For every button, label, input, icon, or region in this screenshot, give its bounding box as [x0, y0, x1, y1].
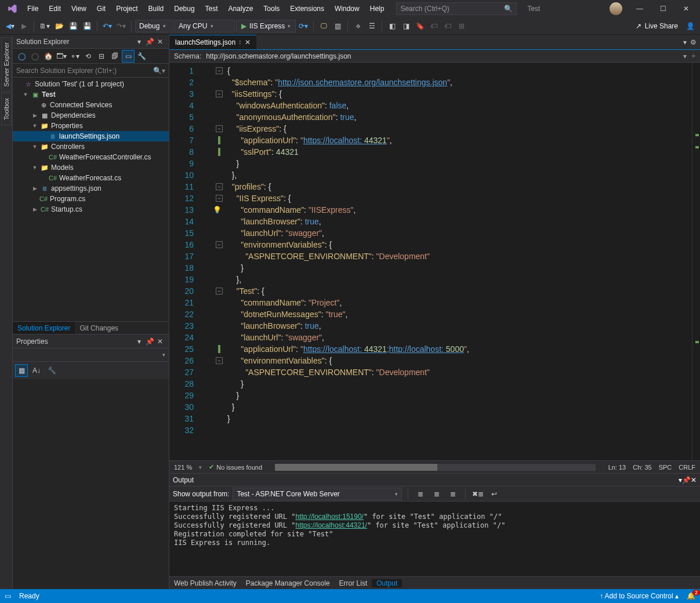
project-node[interactable]: ▼▣Test: [13, 89, 169, 100]
menu-debug[interactable]: Debug: [169, 2, 200, 16]
schema-dropdown-icon[interactable]: ▾: [683, 52, 687, 60]
wrap-button[interactable]: ↩: [488, 488, 500, 500]
server-explorer-tab[interactable]: Server Explorer: [1, 37, 12, 92]
navigate-forward-button[interactable]: ▶: [17, 20, 30, 32]
connected-services-node[interactable]: ⊕Connected Services: [13, 100, 169, 110]
eol-mode[interactable]: CRLF: [679, 464, 695, 471]
solution-forward-button[interactable]: ◯: [28, 50, 41, 63]
launchsettings-file[interactable]: 🗎launchSettings.json: [13, 131, 169, 141]
categorized-button[interactable]: ▦: [15, 364, 28, 377]
feedback-button[interactable]: 👤: [684, 20, 697, 32]
collapse-all-button[interactable]: ⊟: [95, 50, 108, 63]
configuration-select[interactable]: Debug▾: [135, 20, 173, 32]
panel-close-button[interactable]: ✕: [155, 337, 165, 346]
platform-select[interactable]: Any CPU▾: [175, 20, 235, 32]
weatherforecast-file[interactable]: C#WeatherForecast.cs: [13, 173, 169, 183]
solution-node[interactable]: ☆Solution 'Test' (1 of 1 project): [13, 79, 169, 89]
models-folder[interactable]: ▼📁Models: [13, 162, 169, 173]
git-changes-tab[interactable]: Git Changes: [75, 322, 123, 334]
preview-button[interactable]: ▭: [122, 50, 135, 63]
solution-back-button[interactable]: ◯: [15, 50, 28, 63]
panel-close-button[interactable]: ✕: [155, 38, 165, 46]
horizontal-scrollbar[interactable]: [275, 464, 596, 471]
tool-button-1[interactable]: ▥: [331, 20, 344, 32]
solution-search-input[interactable]: Search Solution Explorer (Ctrl+;) 🔍▾: [13, 64, 169, 78]
weatherforecastcontroller-file[interactable]: C#WeatherForecastController.cs: [13, 152, 169, 162]
line-indicator[interactable]: Ln: 13: [608, 464, 626, 471]
output-tab-package-manager-console[interactable]: Package Manager Console: [241, 579, 335, 587]
fold-icon[interactable]: −: [216, 183, 223, 190]
fold-icon[interactable]: −: [216, 67, 223, 74]
switch-view-button[interactable]: 🗔▾: [55, 50, 68, 63]
fold-icon[interactable]: −: [216, 241, 223, 248]
properties-node[interactable]: ▼📁Properties: [13, 121, 169, 131]
program-file[interactable]: C#Program.cs: [13, 194, 169, 204]
sync-button[interactable]: ⟲: [82, 50, 95, 63]
output-tool-3[interactable]: ≣: [447, 488, 459, 500]
navigate-back-button[interactable]: ◀▾: [3, 20, 16, 32]
fold-icon[interactable]: −: [216, 90, 223, 97]
properties-target-select[interactable]: ▾: [13, 348, 169, 361]
output-source-select[interactable]: Test - ASP.NET Core Web Server▾: [233, 488, 402, 500]
output-tool-1[interactable]: ≣: [414, 488, 427, 500]
scroll-minimap[interactable]: [692, 63, 700, 460]
refresh-button[interactable]: ⟳▾: [297, 20, 310, 32]
solution-explorer-tab[interactable]: Solution Explorer: [13, 322, 75, 334]
user-avatar[interactable]: [610, 2, 622, 15]
save-button[interactable]: 💾: [67, 20, 79, 32]
zoom-level[interactable]: 121 %: [174, 464, 192, 471]
add-source-control-button[interactable]: ↑ Add to Source Control ▴: [600, 592, 679, 600]
open-button[interactable]: 📂: [53, 20, 66, 32]
minimize-button[interactable]: —: [628, 1, 651, 17]
settings-icon[interactable]: ⚙: [690, 38, 697, 46]
live-share-button[interactable]: ↗ Live Share: [631, 22, 683, 30]
new-item-button[interactable]: 🗎▾: [38, 20, 52, 32]
menu-test[interactable]: Test: [200, 2, 223, 16]
dependencies-node[interactable]: ▶▦Dependencies: [13, 110, 169, 121]
panel-close-button[interactable]: ✕: [691, 476, 697, 484]
browser-link-button[interactable]: 🖵: [317, 20, 330, 32]
split-icon[interactable]: ÷: [691, 52, 695, 60]
tool-button-3[interactable]: ☲: [365, 20, 378, 32]
alphabetical-button[interactable]: A↓: [30, 364, 43, 377]
comment-button[interactable]: 🏷: [427, 20, 440, 32]
notifications-button[interactable]: 🔔2: [687, 592, 695, 600]
fold-icon[interactable]: −: [216, 288, 223, 295]
pin-icon[interactable]: ⟟: [239, 39, 241, 46]
uncomment-button[interactable]: 🏷: [441, 20, 454, 32]
fold-icon[interactable]: −: [216, 195, 223, 202]
properties-button[interactable]: 🔧: [135, 50, 148, 63]
schema-url[interactable]: http://json.schemastore.org/launchsettin…: [206, 52, 351, 60]
tab-close-button[interactable]: ✕: [245, 38, 251, 46]
menu-build[interactable]: Build: [143, 2, 169, 16]
bookmark-button[interactable]: 🔖: [414, 20, 426, 32]
menu-file[interactable]: File: [22, 2, 43, 16]
redo-button[interactable]: ↷▾: [115, 20, 128, 32]
global-search-input[interactable]: Search (Ctrl+Q) 🔍: [396, 2, 517, 15]
pin-icon[interactable]: 📌: [682, 476, 691, 484]
tab-dropdown-icon[interactable]: ▾: [683, 38, 687, 46]
output-tab-output[interactable]: Output: [372, 579, 402, 587]
output-tool-2[interactable]: ≣: [430, 488, 443, 500]
document-tab[interactable]: launchSettings.json ⟟ ✕: [169, 35, 256, 49]
issues-status[interactable]: ✔No issues found: [209, 463, 262, 471]
output-tab-error-list[interactable]: Error List: [335, 579, 372, 587]
output-text[interactable]: Starting IIS Express ... Successfully re…: [169, 502, 700, 576]
column-indicator[interactable]: Ch: 35: [633, 464, 651, 471]
code-editor[interactable]: 1234567891011121314151617181920212223242…: [169, 63, 700, 460]
fold-icon[interactable]: −: [216, 357, 223, 364]
startup-file[interactable]: ▶C#Startup.cs: [13, 204, 169, 215]
maximize-button[interactable]: ☐: [651, 1, 674, 17]
appsettings-file[interactable]: ▶🗎appsettings.json: [13, 183, 169, 194]
menu-project[interactable]: Project: [111, 2, 143, 16]
menu-window[interactable]: Window: [329, 2, 365, 16]
home-button[interactable]: 🏠: [42, 50, 55, 63]
menu-git[interactable]: Git: [92, 2, 111, 16]
save-all-button[interactable]: 💾: [81, 20, 93, 32]
toolbox-tab[interactable]: Toolbox: [1, 93, 12, 125]
menu-extensions[interactable]: Extensions: [285, 2, 329, 16]
tool-button-2[interactable]: ⎆: [351, 20, 364, 32]
menu-view[interactable]: View: [66, 2, 92, 16]
indent-more-button[interactable]: ◨: [400, 20, 412, 32]
start-debug-button[interactable]: ▶IIS Express▾: [236, 20, 296, 32]
